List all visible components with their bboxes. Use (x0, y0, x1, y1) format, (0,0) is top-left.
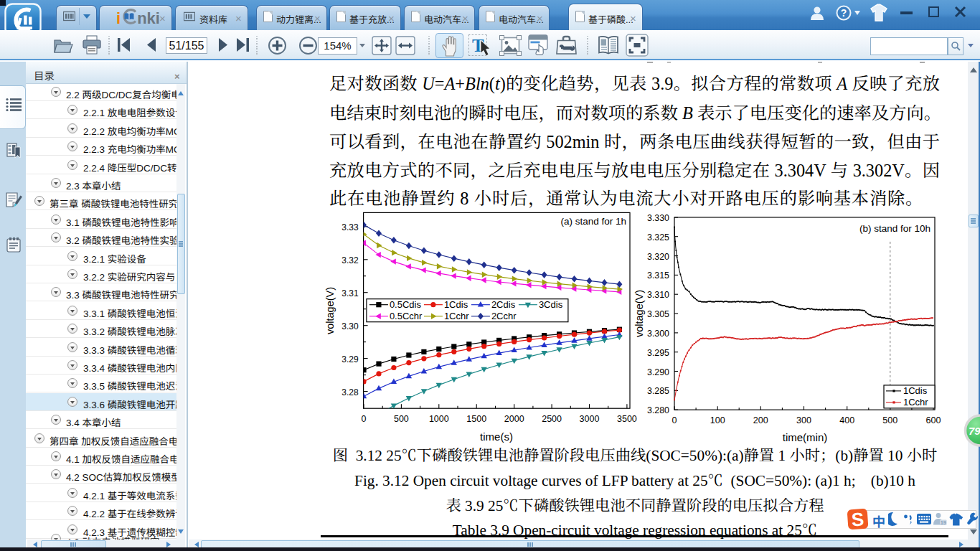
svg-text:500: 500 (882, 415, 897, 425)
svg-text:100: 100 (710, 415, 725, 425)
svg-text:0: 0 (362, 414, 367, 424)
svg-text:600: 600 (926, 415, 941, 425)
svg-text:0: 0 (672, 415, 677, 425)
svg-text:2Cdis: 2Cdis (491, 299, 516, 310)
svg-text:2500: 2500 (542, 414, 562, 424)
svg-text:3.290: 3.290 (647, 367, 669, 377)
svg-text:3.32: 3.32 (341, 255, 359, 265)
svg-text:1Cdis: 1Cdis (903, 385, 928, 396)
svg-text:1Cchr: 1Cchr (444, 311, 469, 321)
svg-text:0.5Cchr: 0.5Cchr (390, 311, 423, 321)
svg-text:19: 19 (941, 519, 946, 526)
svg-text:300: 300 (796, 415, 811, 425)
svg-text:3.295: 3.295 (647, 348, 669, 358)
svg-text:3.280: 3.280 (647, 405, 669, 415)
svg-text:3.330: 3.330 (647, 213, 669, 223)
svg-text:3.300: 3.300 (647, 329, 669, 339)
svg-text:time(s): time(s) (480, 430, 513, 443)
svg-text:3.315: 3.315 (647, 270, 669, 281)
svg-text:2Cchr: 2Cchr (491, 311, 517, 321)
svg-text:3.29: 3.29 (341, 354, 359, 364)
svg-text:0.5Cdis: 0.5Cdis (390, 299, 422, 310)
svg-text:2000: 2000 (504, 414, 524, 424)
svg-text:200: 200 (753, 415, 768, 425)
svg-text:1Cchr: 1Cchr (903, 397, 928, 408)
svg-text:3Cdis: 3Cdis (539, 299, 563, 310)
svg-text:(b) stand for 10h: (b) stand for 10h (859, 223, 930, 234)
svg-text:3.325: 3.325 (647, 232, 669, 242)
svg-text:3.310: 3.310 (647, 290, 669, 300)
svg-text:400: 400 (839, 415, 854, 425)
svg-text:3.285: 3.285 (647, 386, 669, 396)
svg-text:3000: 3000 (580, 414, 600, 424)
svg-text:3.28: 3.28 (341, 387, 359, 397)
svg-text:79: 79 (969, 425, 980, 437)
svg-text:voltage(V): voltage(V) (634, 290, 645, 337)
svg-text:(a) stand for 1h: (a) stand for 1h (560, 216, 626, 227)
svg-text:1000: 1000 (429, 414, 449, 424)
svg-text:1500: 1500 (466, 414, 486, 424)
svg-text:3.33: 3.33 (341, 222, 359, 232)
svg-text:time(min): time(min) (783, 431, 828, 443)
svg-text:3.320: 3.320 (647, 252, 669, 262)
svg-text:500: 500 (394, 414, 409, 424)
svg-text:?: ? (841, 7, 847, 19)
svg-text:S: S (851, 508, 864, 530)
svg-text:3.305: 3.305 (647, 309, 669, 319)
svg-text:1Cdis: 1Cdis (444, 299, 468, 310)
svg-text:3.30: 3.30 (341, 321, 359, 331)
svg-text:voltage(V): voltage(V) (324, 287, 336, 334)
svg-text:3.31: 3.31 (341, 288, 359, 298)
